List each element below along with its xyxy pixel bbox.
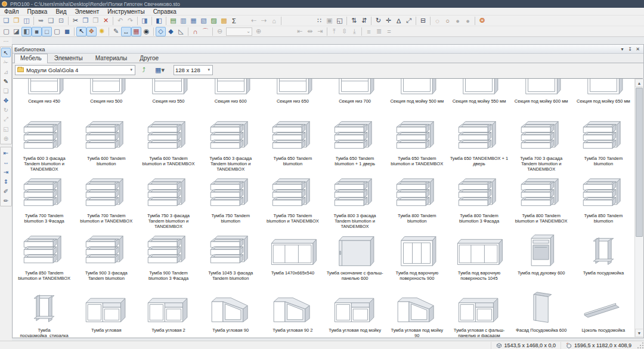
library-item[interactable]: Цоколь посудомойка	[572, 289, 634, 337]
library-item[interactable]: Тумба 650 3 фасада Tandem blumotion и TA…	[200, 117, 262, 174]
save-file-button[interactable]: ◫	[21, 16, 32, 26]
thumbnail-size-combo[interactable]: 128 x 128 ▾	[174, 65, 213, 75]
library-item[interactable]: Секция низ 600	[200, 78, 262, 117]
view-contours-button[interactable]: □	[42, 27, 52, 36]
flip-horizontal-button[interactable]: ⇅	[349, 16, 359, 26]
properties-button[interactable]: ◨	[140, 16, 150, 26]
library-item[interactable]: Тумба 750 Tandem blumotion и TANDEMBOX	[262, 174, 324, 231]
scroll-up-arrow[interactable]: ▲	[635, 79, 643, 87]
print-button[interactable]: ❑	[46, 16, 56, 26]
tab-1[interactable]: Мебель	[14, 54, 48, 63]
snap-outline-button[interactable]: ◇	[156, 27, 166, 36]
light-bulb-button[interactable]: ✺	[97, 27, 107, 36]
library-item[interactable]: Тумба 900 Tandem blumotion 3 Фасада	[137, 231, 199, 289]
library-item[interactable]: Тумба угловая	[75, 289, 137, 337]
vertical-scrollbar[interactable]: ▲ ▼	[634, 79, 643, 337]
report-costs-button[interactable]: ▩	[219, 16, 229, 26]
library-item[interactable]: Тумба 600 Tandem blumotion	[75, 117, 137, 174]
align-left-edge-button[interactable]: ⇤	[1, 148, 11, 157]
view-solid-button[interactable]: ■	[32, 27, 42, 36]
view-edges-button[interactable]: ▢	[52, 27, 62, 36]
select-cursor-button[interactable]: ↖	[76, 27, 86, 36]
view-hidden-lines-button[interactable]: ◪	[11, 27, 21, 36]
library-item[interactable]: Секция низ 500	[75, 78, 137, 117]
brush-2-button[interactable]: ✏	[1, 196, 11, 205]
open-file-button[interactable]: ❐	[11, 16, 21, 26]
library-item[interactable]: Тумба 700 3 фасада Tandem blumotion и TA…	[510, 117, 572, 174]
library-item[interactable]: Тумба 650 Tandem blumotion + 1 дверь	[324, 117, 386, 174]
report-materials-button[interactable]: ▧	[199, 16, 209, 26]
view-ellipse-2-button[interactable]: ○	[442, 16, 453, 26]
scroll-down-arrow[interactable]: ▼	[635, 329, 643, 337]
summary-button[interactable]: Σ	[229, 16, 239, 26]
library-item[interactable]: Тумба 800 Tandem blumotion 3 Фасада	[448, 174, 510, 231]
tab-2[interactable]: Элементы	[48, 54, 89, 63]
perspective-button[interactable]: ◺	[176, 27, 186, 36]
library-item[interactable]: Тумба 800 3 фасада Tandem blumotion и TA…	[324, 174, 386, 231]
library-item[interactable]: Тумба угловая 90 2	[262, 289, 324, 337]
view-shaded-button[interactable]: ◧	[21, 27, 32, 36]
mirror-button[interactable]: ∆	[394, 16, 404, 26]
pencil-tool-button[interactable]: ✎	[1, 76, 11, 86]
copy-button[interactable]: ❐	[80, 16, 91, 26]
apply-material-button[interactable]: ❖	[86, 27, 97, 36]
report-accessories-button[interactable]: ▨	[209, 16, 219, 26]
align-vertical-button[interactable]: ⇕	[1, 177, 11, 186]
library-item[interactable]: Тумба 700 Tandem blumotion 3 Фасада	[13, 174, 75, 231]
print-preview-button[interactable]: ⊡	[56, 16, 66, 26]
library-item[interactable]: Тумба угловая под мойку	[324, 289, 386, 337]
library-item[interactable]: Секция под мойку 600 мм	[510, 78, 572, 117]
move-element-button[interactable]: ✥	[1, 95, 11, 105]
brush-1-button[interactable]: ✐	[1, 186, 11, 196]
library-item[interactable]: Фасад Посудомойка 600	[510, 289, 572, 337]
dock-grip-icon[interactable]: ⋯	[4, 38, 9, 44]
library-item[interactable]: Тумба 750 Tandem blumotion	[200, 174, 262, 231]
select-arrow-button[interactable]: ↖	[1, 48, 11, 57]
library-item[interactable]: Тумба 650 Tandem blumotion и TANDEMBOX	[386, 117, 448, 174]
library-item[interactable]: Секция низ 650	[262, 78, 324, 117]
library-item[interactable]: Секция под мойку 500 мм	[386, 78, 448, 117]
library-item[interactable]: Секция низ 700	[324, 78, 386, 117]
library-item[interactable]: Тумба 850 Tandem blumotion и TANDEMBOX	[13, 231, 75, 289]
library-item[interactable]: Тумба под варочную поверхность 1045	[448, 231, 510, 289]
align-right-edge-button[interactable]: ⇥	[1, 167, 11, 177]
view-textured-button[interactable]: ◼	[62, 27, 72, 36]
library-item[interactable]: Тумба окончание с фальш-панелью 600	[324, 231, 386, 289]
library-item[interactable]: Тумба 650 Tandem blumotion	[262, 117, 324, 174]
library-item[interactable]: Тумба 800 Tandem blumotion	[386, 174, 448, 231]
library-item[interactable]: Тумба 1470x665x540	[262, 231, 324, 289]
library-item[interactable]: Секция под мойку 550 мм	[448, 78, 510, 117]
library-item[interactable]: Секция низ 550	[137, 78, 199, 117]
library-item[interactable]: Тумба под духовку 600	[510, 231, 572, 289]
stereo-1-button[interactable]: ∩	[190, 27, 200, 36]
library-item[interactable]: Тумба под варочную поверхность 900	[386, 231, 448, 289]
show-dimensions-button[interactable]: ↔	[121, 27, 131, 36]
library-item[interactable]: Тумба 600 3 фасада Tandem blumotion и TA…	[13, 117, 75, 174]
snap-solid-button[interactable]: ◆	[166, 27, 176, 36]
texture-tool-button[interactable]: ✎	[111, 27, 121, 36]
folder-up-button[interactable]: ⤴	[138, 65, 149, 75]
report-list-button[interactable]: ▥	[178, 16, 188, 26]
library-item[interactable]: Тумба посудомойка	[572, 231, 634, 289]
library-item[interactable]: Тумба 1045 3 фасада Tandem blumotion	[200, 231, 262, 289]
menu-item-6[interactable]: Справка	[149, 8, 181, 16]
library-item[interactable]: Секция под мойку 650 мм	[572, 78, 634, 117]
library-item[interactable]: Тумба угловая под мойку 90	[386, 289, 448, 337]
panel-close-icon[interactable]: ✕	[634, 45, 642, 52]
export-button[interactable]: ➥	[36, 16, 46, 26]
select-region-button[interactable]: ∷	[314, 16, 324, 26]
x-ray-button[interactable]: ◉	[141, 27, 151, 36]
library-item[interactable]: Тумба угловая 2	[137, 289, 199, 337]
report-cutting-button[interactable]: ▦	[188, 16, 199, 26]
menu-item-2[interactable]: Правка	[23, 8, 52, 16]
render-settings-button[interactable]: ❂	[477, 16, 487, 26]
library-item[interactable]: Тумба 800 Tandem blumotion и TANDEMBOX	[510, 174, 572, 231]
library-item[interactable]: Тумба 700 Tandem blumotion	[572, 117, 634, 174]
menu-item-3[interactable]: Вид	[51, 8, 70, 16]
library-item[interactable]: Тумба 850 Tandem blumotion	[572, 174, 634, 231]
library-item[interactable]: Секция низ 450	[13, 78, 75, 117]
library-item[interactable]: Тумба посудомойка_стиралка	[13, 289, 75, 337]
fit-view-button[interactable]: ⤢	[404, 16, 414, 26]
new-file-button[interactable]: ❏	[1, 16, 11, 26]
library-item[interactable]: Тумба угловая с фальш-панелью и фасадом	[448, 289, 510, 337]
